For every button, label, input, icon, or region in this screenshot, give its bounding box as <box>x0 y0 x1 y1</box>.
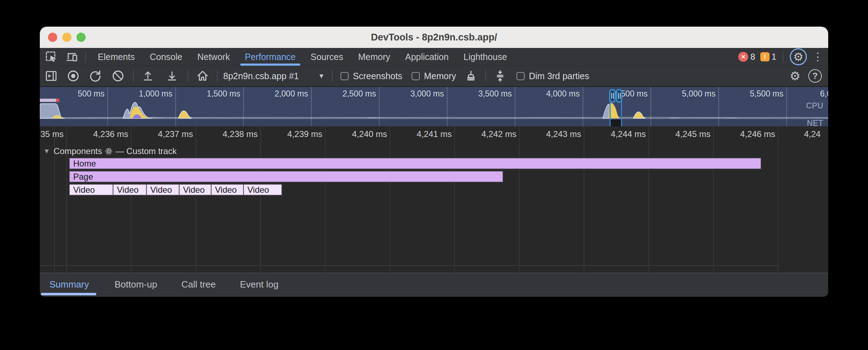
screenshots-label: Screenshots <box>353 71 402 81</box>
overview-ruler-label: 3,000 ms <box>394 89 444 99</box>
error-icon: × <box>738 52 748 62</box>
grip-line <box>618 93 619 99</box>
dim-third-parties-checkbox[interactable] <box>516 72 525 80</box>
timeline-detail-panel[interactable]: 35 ms 4,236 ms 4,237 ms 4,238 ms 4,239 m… <box>40 126 828 273</box>
ruler-label: 4,238 ms <box>204 129 258 139</box>
gear-icon: ⚙ <box>793 50 804 64</box>
scrubber-selected-range <box>611 120 621 126</box>
cpu-track-label: CPU <box>806 101 823 111</box>
components-track-name: Components <box>54 146 102 156</box>
issues-summary[interactable]: × 8 ! 1 <box>738 52 776 62</box>
device-toolbar-icon[interactable] <box>64 49 80 65</box>
ruler-label: 4,24 <box>804 129 828 139</box>
divider <box>133 70 134 82</box>
inspect-element-icon[interactable] <box>43 49 59 65</box>
error-count: 8 <box>750 52 755 62</box>
tab-sources[interactable]: Sources <box>303 48 351 66</box>
flame-bar-video[interactable]: Video <box>211 184 244 196</box>
flame-bar-page[interactable]: Page <box>69 171 503 182</box>
scrubber-left-handle[interactable] <box>609 89 616 103</box>
warning-icon: ! <box>760 52 770 61</box>
divider <box>332 70 333 82</box>
flame-bar-video[interactable]: Video <box>179 184 211 196</box>
ruler-label: 4,240 ms <box>334 129 387 139</box>
tab-network[interactable]: Network <box>190 48 237 66</box>
memory-checkbox[interactable] <box>412 72 420 80</box>
titlebar: DevTools - 8p2n9n.csb.app/ <box>40 27 828 48</box>
flame-bar-video[interactable]: Video <box>146 184 180 196</box>
network-request-bar <box>40 99 56 102</box>
tab-elements[interactable]: Elements <box>90 48 142 66</box>
divider <box>217 70 218 82</box>
collect-garbage-icon[interactable] <box>464 69 478 83</box>
ruler-label: 4,242 ms <box>463 129 516 139</box>
overview-ruler-label: 1,500 ms <box>191 89 240 99</box>
flame-bar-video[interactable]: Video <box>113 184 147 196</box>
collapse-tracks-icon[interactable] <box>493 69 507 83</box>
devtools-tabbar: Elements Console Network Performance Sou… <box>40 48 828 66</box>
screenshots-checkbox[interactable] <box>341 72 349 80</box>
grip-line <box>620 93 621 99</box>
grip-line <box>613 93 614 99</box>
active-bottom-tab-underline <box>41 293 96 295</box>
tab-console[interactable]: Console <box>142 48 190 66</box>
react-atom-icon <box>105 147 113 155</box>
ruler-label: 4,236 ms <box>75 129 128 139</box>
tab-bottom-up[interactable]: Bottom-up <box>105 273 167 297</box>
flame-bar-video[interactable]: Video <box>69 184 113 196</box>
bottom-tabbar: Summary Bottom-up Call tree Event log <box>40 273 828 297</box>
ruler-label: 4,244 ms <box>593 129 646 139</box>
overview-ruler-label: 5,000 ms <box>666 89 716 99</box>
performance-toolbar: 8p2n9n.csb.app #1 ▾ Screenshots Memory D… <box>40 66 828 87</box>
collapse-triangle-icon[interactable]: ▼ <box>43 147 50 155</box>
help-icon[interactable]: ? <box>808 69 822 83</box>
tab-event-log[interactable]: Event log <box>230 273 288 297</box>
track-bottom-line <box>40 265 780 266</box>
save-profile-icon[interactable] <box>165 69 179 83</box>
tab-call-tree[interactable]: Call tree <box>172 273 225 297</box>
home-icon[interactable] <box>195 69 210 83</box>
overview-ruler-label: 1,000 ms <box>123 89 172 99</box>
tab-application[interactable]: Application <box>398 48 456 66</box>
kebab-menu-icon[interactable]: ⋮ <box>813 50 823 63</box>
ruler-label: 4,237 ms <box>140 129 193 139</box>
flame-bar-home[interactable]: Home <box>69 158 761 169</box>
tab-summary-label: Summary <box>49 279 89 290</box>
tab-performance[interactable]: Performance <box>237 48 303 66</box>
ruler-label: 35 ms <box>40 129 64 139</box>
tab-memory[interactable]: Memory <box>350 48 397 66</box>
reload-record-button[interactable] <box>88 69 102 83</box>
network-request-bar-tip <box>56 99 59 102</box>
flame-bar-video[interactable]: Video <box>243 184 282 196</box>
help-mark: ? <box>813 71 818 81</box>
memory-label: Memory <box>424 71 456 81</box>
clear-recording-button[interactable] <box>111 69 125 83</box>
overview-ruler-label: 5,500 ms <box>734 89 783 99</box>
scrubber-right-handle[interactable] <box>616 89 622 103</box>
tab-summary[interactable]: Summary <box>40 273 98 297</box>
toggle-sidebar-icon[interactable] <box>44 69 58 83</box>
overview-ruler-label: 2,000 ms <box>258 89 308 99</box>
tab-performance-label: Performance <box>245 52 296 62</box>
record-button[interactable] <box>66 69 80 83</box>
divider <box>85 51 86 62</box>
divider <box>188 70 188 82</box>
load-profile-icon[interactable] <box>141 69 155 83</box>
overview-ruler-label: 500 ms <box>55 89 105 99</box>
capture-settings-gear-icon[interactable]: ⚙ <box>790 69 800 83</box>
ruler-label: 4,239 ms <box>269 129 322 139</box>
timeline-overview[interactable]: 500 ms 1,000 ms 1,500 ms 2,000 ms 2,500 … <box>40 87 828 126</box>
overview-ruler-label: 4,500 ms <box>598 89 648 99</box>
devtools-window: DevTools - 8p2n9n.csb.app/ Elements Cons… <box>40 27 828 297</box>
ruler-label: 4,245 ms <box>657 129 711 139</box>
settings-button[interactable]: ⚙ <box>790 48 807 65</box>
overview-ruler-label: 2,500 ms <box>326 89 376 99</box>
target-selector[interactable]: 8p2n9n.csb.app #1 <box>223 71 299 81</box>
components-track-header[interactable]: ▼ Components — Custom track <box>43 146 177 156</box>
divider <box>485 70 486 82</box>
dim-third-parties-label: Dim 3rd parties <box>529 71 589 81</box>
chevron-down-icon[interactable]: ▾ <box>320 71 323 81</box>
tab-lighthouse[interactable]: Lighthouse <box>456 48 514 66</box>
overview-ruler-label: 3,500 ms <box>462 89 512 99</box>
divider <box>783 51 783 62</box>
